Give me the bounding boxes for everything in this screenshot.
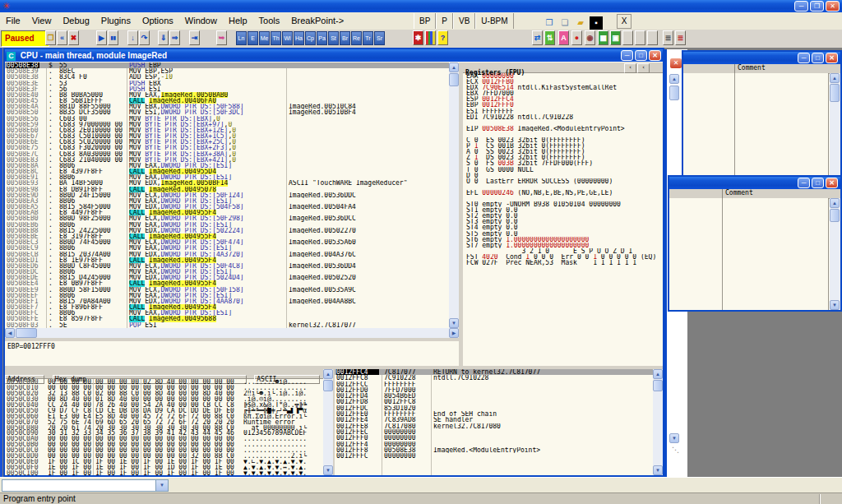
scroll-up-icon[interactable]: ▲: [830, 73, 840, 83]
disasm-row[interactable]: 00508E67.C683 C5010000 00MOV BYTE PTR DS…: [5, 133, 449, 139]
disasm-row[interactable]: 00508E3B.83C4 F0ADD ESP,-10: [5, 74, 449, 80]
disasm-row[interactable]: 00508ECB.8B15 20374A00MOV EDX,DWORD PTR …: [5, 252, 449, 257]
command-combobox[interactable]: ▼: [2, 479, 169, 492]
close-button[interactable]: ✕: [649, 50, 661, 61]
stack-row[interactable]: 0012FFC47C817077RETURN to kernel32.7C817…: [335, 369, 653, 375]
menu-item-breakpoint[interactable]: BreakPoint->: [285, 12, 349, 29]
disasm-row[interactable]: 00508E7C.C683 8A030000 00MOV BYTE PTR DS…: [5, 151, 449, 157]
disasm-row[interactable]: 00508ED1.E8 1E97F8FFCALL ImageRed.004955…: [5, 257, 449, 263]
close-button[interactable]: ✕: [826, 1, 840, 12]
disasm-row[interactable]: 00508EA3.8B06MOV EAX,DWORD PTR DS:[ESI]: [5, 198, 449, 204]
stack-row[interactable]: 0012FFC87C910228ntdll.7C910228: [335, 375, 653, 381]
stack-vertical-scrollbar[interactable]: ▲ ▼: [653, 369, 663, 475]
go-to-button[interactable]: ➥: [216, 30, 227, 45]
notes-list-button[interactable]: ≣: [675, 30, 686, 45]
copy-window-icon[interactable]: ❐: [543, 16, 556, 30]
minimize-button[interactable]: ─: [798, 178, 810, 188]
menu-item-tools[interactable]: Tools: [253, 12, 286, 29]
comment-window-bottom[interactable]: ─ □ ✕ Comment ▲ ▼: [668, 175, 842, 312]
command-input[interactable]: [3, 481, 160, 490]
disabled-button[interactable]: [635, 30, 645, 45]
scroll-down-icon[interactable]: ▼: [669, 433, 679, 443]
disasm-row[interactable]: 00508E59.C683 97000000 00MOV BYTE PTR DS…: [5, 122, 449, 127]
disasm-row[interactable]: 00508E91.8B06MOV EAX,DWORD PTR DS:[ESI]: [5, 174, 449, 180]
menu-plugin-button-vb[interactable]: VB: [453, 13, 475, 29]
scrollbar-thumb[interactable]: [669, 86, 679, 100]
updown-button[interactable]: ⇅: [544, 30, 555, 45]
menu-item-view[interactable]: View: [26, 12, 58, 29]
step-over-button[interactable]: ↷: [139, 30, 150, 45]
dump-row[interactable]: 0050C0A000 00 00 0000 00 00 0000 00 00 0…: [5, 436, 323, 442]
registers-pane[interactable]: Registers (FPU) ‹ ‹ EAX 00000000ECX 0012…: [463, 62, 663, 366]
scroll-up-icon[interactable]: ▲: [669, 74, 679, 84]
disasm-row[interactable]: 00508EC9.8B06MOV EAX,DWORD PTR DS:[ESI]: [5, 245, 449, 251]
scrollbar-thumb[interactable]: [323, 380, 333, 391]
step-into-button[interactable]: ↓: [127, 30, 138, 45]
cpu-window[interactable]: C CPU - main thread, module ImageRed ─ □…: [3, 48, 664, 477]
dump-row[interactable]: 0050C1001F 00 1F 001F 00 1F 001F 00 1F 0…: [5, 470, 323, 475]
window-titlebar[interactable]: ─ □ ✕: [669, 177, 840, 189]
appearance-button[interactable]: [425, 30, 436, 45]
spiral-button[interactable]: ◉: [585, 30, 595, 45]
animate-over-button[interactable]: ⇒: [169, 30, 180, 45]
disasm-row[interactable]: 00508EB0.8B0D 98F25000MOV ECX,DWORD PTR …: [5, 215, 449, 221]
minimize-button[interactable]: ─: [621, 50, 633, 61]
disasm-row[interactable]: 00508E3F.56PUSH ESI: [5, 86, 449, 92]
maximize-button[interactable]: □: [812, 53, 824, 63]
record-button[interactable]: ●: [571, 30, 582, 45]
scrollbar-thumb[interactable]: [830, 84, 840, 102]
disasm-row[interactable]: 00508E8C.E8 4397F8FFCALL ImageRed.004955…: [5, 169, 449, 174]
disasm-row[interactable]: 00508E40.B8 B0BA5000MOV EAX,ImageRed.005…: [5, 92, 449, 98]
disasm-row[interactable]: 00508E4A.8B1D 88F55000MOV EBX,DWORD PTR …: [5, 104, 449, 109]
stack-row[interactable]: 0012FFEC00000000: [335, 429, 653, 435]
disasm-row[interactable]: 00508EA5.8B15 584F5000MOV EDX,DWORD PTR …: [5, 204, 449, 210]
stack-row[interactable]: 0012FFF800508E38ImageRed.<ModuleEntryPoi…: [335, 447, 653, 453]
cpu-titlebar[interactable]: C CPU - main thread, module ImageRed ─ □…: [5, 49, 663, 62]
assemble-button[interactable]: A: [558, 30, 569, 45]
stack-row[interactable]: 0012FFE87C817080kernel32.7C817080: [335, 423, 653, 429]
menu-item-plugins[interactable]: Plugins: [95, 12, 136, 29]
menu-item-debug[interactable]: Debug: [57, 12, 95, 29]
disasm-row[interactable]: 00508E38$55PUSH EBP: [5, 62, 449, 68]
letter-button-ln[interactable]: Ln: [236, 31, 247, 45]
binary-button[interactable]: ▦: [598, 30, 608, 45]
stack-row[interactable]: 0012FFD80012FFC8: [335, 399, 653, 405]
stack-pane[interactable]: 0012FFC47C817077RETURN to kernel32.7C817…: [335, 369, 653, 475]
letter-button-br[interactable]: Br: [340, 31, 350, 45]
disasm-row[interactable]: 00508F03.5EPOP ESIkernel32.7C817077: [5, 322, 449, 328]
scroll-up-icon[interactable]: ▲: [449, 62, 459, 72]
memory-dump-pane[interactable]: Address Hex dump ASCII 0050C00000 00 00 …: [5, 369, 323, 475]
close-button[interactable]: ✕: [826, 178, 838, 188]
letter-button-ha[interactable]: Ha: [294, 31, 304, 45]
scroll-up-icon[interactable]: ▲: [323, 369, 333, 379]
disasm-row[interactable]: 00508E98.E8 DB91F8FFCALL ImageRed.004950…: [5, 187, 449, 192]
options-gear-button[interactable]: ✱: [413, 30, 423, 45]
comment-column-header[interactable]: Comment: [738, 64, 766, 72]
resize-grip[interactable]: ⋱: [672, 446, 679, 454]
disasm-row[interactable]: 00508EFC.8B06MOV EAX,DWORD PTR DS:[ESI]: [5, 310, 449, 316]
stack-row[interactable]: 0012FFE0FFFFFFFFEnd of SEH chain: [335, 411, 653, 417]
disasm-row[interactable]: 00508E3E.53PUSH EBX: [5, 81, 449, 86]
scroll-up-icon[interactable]: ▲: [653, 369, 663, 379]
dump-row[interactable]: 0050C0C000 00 00 0000 00 00 0000 00 00 0…: [5, 447, 323, 453]
menu-plugin-button-u-bpm[interactable]: U-BPM: [475, 13, 513, 29]
window-titlebar[interactable]: ─ □ ✕: [683, 52, 840, 64]
dump-vertical-scrollbar[interactable]: ▲ ▼: [323, 369, 333, 475]
pause-button[interactable]: ▮▮: [108, 30, 118, 45]
stack-row[interactable]: 0012FFD48054B6ED: [335, 393, 653, 399]
disasm-row[interactable]: 00508E8A.8B06MOV EAX,DWORD PTR DS:[ESI]: [5, 163, 449, 169]
disassembly-pane[interactable]: 00508E38$55PUSH EBP00508E39.8BECMOV EBP,…: [5, 62, 449, 328]
disasm-row[interactable]: 00508EB8.8B15 24225000MOV EDX,DWORD PTR …: [5, 228, 449, 234]
disasm-row[interactable]: 00508E45.E8 56B1EFFFCALL ImageRed.00406F…: [5, 98, 449, 104]
open-folder-icon[interactable]: ▰: [574, 16, 587, 30]
registers-next-icon[interactable]: ‹: [637, 63, 650, 73]
open-file-button[interactable]: ❐: [45, 30, 56, 45]
scrollbar-thumb[interactable]: [830, 209, 840, 222]
disabled-button[interactable]: [622, 30, 633, 45]
help-button[interactable]: ?: [437, 30, 448, 45]
scroll-down-icon[interactable]: ▼: [830, 300, 840, 310]
dump-row[interactable]: 0050C03000 8D 40 0001 8D 40 0000 00 00 0…: [5, 396, 323, 402]
blank-column-header[interactable]: [683, 64, 735, 73]
stack-row[interactable]: 0012FFDC853D1020: [335, 405, 653, 411]
vertical-scrollbar[interactable]: ▲ ▼: [830, 198, 840, 310]
